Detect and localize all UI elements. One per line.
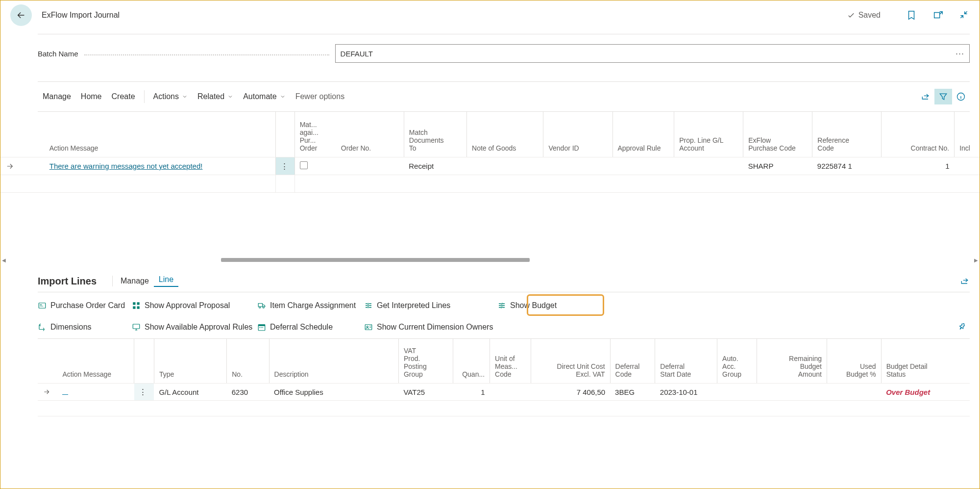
saved-indicator: Saved [847,11,881,20]
separator [144,90,145,103]
t2-uom-cell[interactable] [490,384,531,401]
related-menu[interactable]: Related [193,92,238,101]
approval-rule-cell[interactable] [612,157,674,175]
show-approval-proposal-button[interactable]: Show Approval Proposal [132,301,257,310]
t2-remain-cell[interactable] [757,384,827,401]
col-match-po[interactable]: Mat... agai... Pur... Order [294,112,336,157]
t2-used-cell[interactable] [827,384,882,401]
open-new-window-icon[interactable] [932,10,943,21]
import-lines-title: Import Lines [38,276,97,287]
chevron-down-icon [182,94,188,100]
col-contract-no[interactable]: Contract No. [882,112,955,157]
table-row[interactable]: ⋮ G/L Account 6230 Office Supplies VAT25… [38,384,970,401]
t2-qty-cell[interactable]: 1 [453,384,490,401]
show-dimension-owners-button[interactable]: Show Current Dimension Owners [364,323,497,332]
col-incl[interactable]: Incl [955,112,980,157]
t2-defdate-cell[interactable]: 2023-10-01 [655,384,717,401]
fewer-options-link[interactable]: Fewer options [291,92,350,101]
order-no-cell[interactable] [336,157,404,175]
svg-rect-8 [133,324,140,329]
table-row-empty [38,401,970,416]
t2-col-status[interactable]: Budget Detail Status [881,339,970,384]
show-available-rules-button[interactable]: Show Available Approval Rules [132,323,257,332]
col-note-goods[interactable]: Note of Goods [467,112,543,157]
t2-col-auto[interactable]: Auto. Acc. Group [717,339,757,384]
get-interpreted-lines-button[interactable]: Get Interpreted Lines [364,301,497,310]
col-order-no[interactable]: Order No. [336,112,404,157]
t2-col-type[interactable]: Type [154,339,226,384]
t2-duc-cell[interactable]: 7 406,50 [531,384,610,401]
filter-icon[interactable] [934,89,952,104]
section-share-icon[interactable] [960,276,970,286]
exflow-code-cell[interactable]: SHARP [743,157,812,175]
t2-col-uom[interactable]: Unit of Meas... Code [490,339,531,384]
action-message-cell[interactable]: There are warning messages not yet accep… [45,157,276,175]
col-approval-rule[interactable]: Approval Rule [612,112,674,157]
calendar-icon [257,323,266,332]
contract-no-cell[interactable]: 1 [882,157,955,175]
collapse-icon[interactable] [959,10,970,21]
t2-col-action-message[interactable]: Action Message [57,339,134,384]
back-button[interactable] [10,4,32,26]
automate-menu[interactable]: Automate [238,92,290,101]
t2-defcode-cell[interactable]: 3BEG [610,384,655,401]
t2-col-no[interactable]: No. [227,339,269,384]
t2-col-description[interactable]: Description [269,339,398,384]
prop-line-cell[interactable] [674,157,743,175]
scroll-right-icon[interactable]: ▶ [973,257,980,263]
t2-status-cell[interactable]: Over Budget [881,384,970,401]
col-vendor-id[interactable]: Vendor ID [543,112,612,157]
t2-col-remain[interactable]: Remaining Budget Amount [757,339,827,384]
purchase-order-card-button[interactable]: Purchase Order Card [38,301,132,310]
batch-lookup-icon[interactable]: ··· [956,49,964,59]
table-row[interactable]: There are warning messages not yet accep… [0,157,980,175]
share-icon[interactable] [917,89,934,104]
create-menu[interactable]: Create [107,92,140,101]
t2-no-cell[interactable]: 6230 [227,384,269,401]
match-docs-cell[interactable]: Receipt [404,157,466,175]
t2-description-cell[interactable]: Office Supplies [269,384,398,401]
note-goods-cell[interactable] [467,157,543,175]
t2-col-vat[interactable]: VAT Prod. Posting Group [398,339,453,384]
lines-icon [364,301,373,310]
t2-type-cell[interactable]: G/L Account [154,384,226,401]
section2-line[interactable]: Line [154,275,178,287]
row-menu-button[interactable]: ⋮ [134,384,154,401]
col-ref-code[interactable]: Reference Code [812,112,882,157]
truck-icon [257,301,266,310]
actions-menu[interactable]: Actions [148,92,193,101]
row-menu-button[interactable]: ⋮ [276,157,294,175]
section2-manage[interactable]: Manage [116,277,154,285]
dimensions-button[interactable]: Dimensions [38,323,132,332]
item-charge-button[interactable]: Item Charge Assignment [257,301,364,310]
pin-icon[interactable] [957,322,967,332]
manage-menu[interactable]: Manage [38,92,76,101]
col-prop-line[interactable]: Prop. Line G/L Account [674,112,743,157]
deferral-schedule-button[interactable]: Deferral Schedule [257,323,364,332]
t2-auto-cell[interactable] [717,384,757,401]
ref-code-cell[interactable]: 9225874 1 [812,157,882,175]
bookmark-icon[interactable] [906,10,917,21]
t2-vat-cell[interactable]: VAT25 [398,384,453,401]
col-match-docs[interactable]: Match Documents To [404,112,466,157]
t2-action-message-cell[interactable] [57,384,134,401]
chevron-down-icon [227,94,233,100]
col-action-message[interactable]: Action Message [45,112,276,157]
horizontal-scrollbar[interactable]: ◀ ▶ [0,257,980,263]
match-po-checkbox[interactable] [294,157,336,175]
warning-link[interactable]: There are warning messages not yet accep… [49,162,203,170]
scroll-left-icon[interactable]: ◀ [0,257,7,263]
vendor-id-cell[interactable] [543,157,612,175]
info-icon[interactable] [952,89,970,104]
col-exflow-code[interactable]: ExFlow Purchase Code [743,112,812,157]
t2-col-qty[interactable]: Quan... [453,339,490,384]
scroll-thumb[interactable] [221,258,530,262]
monitor-icon [132,323,141,332]
t2-col-defdate[interactable]: Deferral Start Date [655,339,717,384]
batch-name-field[interactable]: DEFAULT ··· [335,44,970,63]
t2-col-used[interactable]: Used Budget % [827,339,882,384]
t2-col-defcode[interactable]: Deferral Code [610,339,655,384]
incl-cell[interactable] [955,157,980,175]
t2-col-duc[interactable]: Direct Unit Cost Excl. VAT [531,339,610,384]
home-menu[interactable]: Home [76,92,107,101]
